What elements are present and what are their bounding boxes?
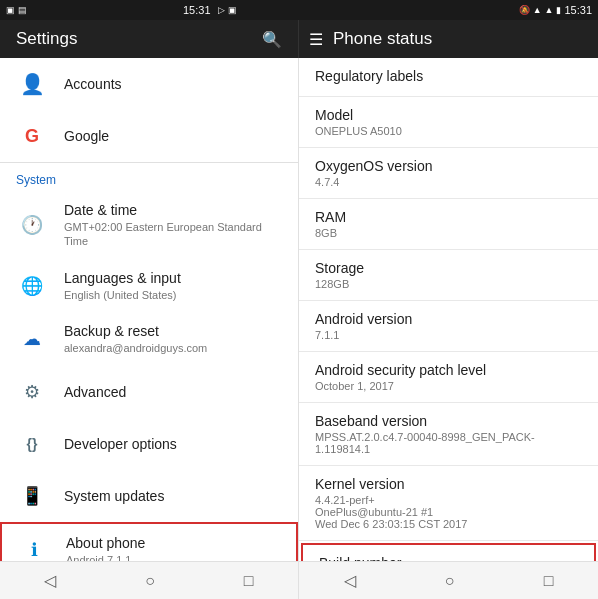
home-button[interactable]: ○ bbox=[145, 572, 155, 590]
phone-status-title: Phone status bbox=[333, 29, 432, 49]
advanced-icon: ⚙ bbox=[16, 376, 48, 408]
battery-icon: ▮ bbox=[556, 5, 561, 15]
system-section-label: System bbox=[0, 163, 298, 191]
language-title: Languages & input bbox=[64, 269, 282, 287]
info-row-oxygenos[interactable]: OxygenOS version 4.7.4 bbox=[299, 148, 598, 199]
status-bar-right: 🔕 ▲ ▲ ▮ 15:31 bbox=[519, 4, 592, 16]
about-icon: ℹ bbox=[18, 534, 50, 561]
datetime-icon: 🕐 bbox=[16, 209, 48, 241]
language-subtitle: English (United States) bbox=[64, 288, 282, 302]
recent-button-right[interactable]: □ bbox=[544, 572, 554, 590]
settings-item-google[interactable]: G Google bbox=[0, 110, 298, 162]
recent-button[interactable]: □ bbox=[244, 572, 254, 590]
storage-label: Storage bbox=[315, 260, 582, 276]
datetime-subtitle: GMT+02:00 Eastern European Standard Time bbox=[64, 220, 282, 249]
developer-text: Developer options bbox=[64, 435, 282, 453]
info-row-ram[interactable]: RAM 8GB bbox=[299, 199, 598, 250]
search-button[interactable]: 🔍 bbox=[262, 30, 282, 49]
android-value: 7.1.1 bbox=[315, 329, 582, 341]
baseband-value: MPSS.AT.2.0.c4.7-00040-8998_GEN_PACK-1.1… bbox=[315, 431, 582, 455]
home-button-right[interactable]: ○ bbox=[445, 572, 455, 590]
left-panel: 👤 Accounts G Google System 🕐 Date & time… bbox=[0, 58, 299, 561]
info-row-model[interactable]: Model ONEPLUS A5010 bbox=[299, 97, 598, 148]
settings-item-updates[interactable]: 📱 System updates bbox=[0, 470, 298, 522]
settings-item-developer[interactable]: {} Developer options bbox=[0, 418, 298, 470]
screenshot2-icon: ▣ bbox=[228, 5, 237, 15]
developer-icon: {} bbox=[16, 428, 48, 460]
accounts-text: Accounts bbox=[64, 75, 282, 93]
settings-item-advanced[interactable]: ⚙ Advanced bbox=[0, 366, 298, 418]
app-header: Settings 🔍 ☰ Phone status bbox=[0, 20, 598, 58]
bottom-nav: ◁ ○ □ ◁ ○ □ bbox=[0, 561, 598, 599]
settings-item-language[interactable]: 🌐 Languages & input English (United Stat… bbox=[0, 259, 298, 312]
settings-item-backup[interactable]: ☁ Backup & reset alexandra@androidguys.c… bbox=[0, 312, 298, 365]
datetime-title: Date & time bbox=[64, 201, 282, 219]
backup-icon: ☁ bbox=[16, 323, 48, 355]
about-text: About phone Android 7.1.1 bbox=[66, 534, 280, 561]
backup-subtitle: alexandra@androidguys.com bbox=[64, 341, 282, 355]
info-row-baseband[interactable]: Baseband version MPSS.AT.2.0.c4.7-00040-… bbox=[299, 403, 598, 466]
cast-icon: ▷ bbox=[218, 5, 225, 15]
backup-title: Backup & reset bbox=[64, 322, 282, 340]
advanced-text: Advanced bbox=[64, 383, 282, 401]
status-time-left: 15:31 bbox=[183, 4, 211, 16]
bottom-nav-left: ◁ ○ □ bbox=[0, 562, 299, 599]
kernel-label: Kernel version bbox=[315, 476, 582, 492]
about-title: About phone bbox=[66, 534, 280, 552]
notification-icon: ▣ bbox=[6, 5, 15, 15]
right-panel: Regulatory labels Model ONEPLUS A5010 Ox… bbox=[299, 58, 598, 561]
language-icon: 🌐 bbox=[16, 270, 48, 302]
kernel-value: 4.4.21-perf+ OnePlus@ubuntu-21 #1 Wed De… bbox=[315, 494, 582, 530]
header-left-icons: 🔍 bbox=[262, 30, 282, 49]
info-row-security[interactable]: Android security patch level October 1, … bbox=[299, 352, 598, 403]
back-button[interactable]: ◁ bbox=[44, 571, 56, 590]
screenshot-icon: ▤ bbox=[18, 5, 27, 15]
about-subtitle: Android 7.1.1 bbox=[66, 553, 280, 561]
mute-icon: 🔕 bbox=[519, 5, 530, 15]
menu-button[interactable]: ☰ bbox=[309, 30, 323, 49]
updates-icon: 📱 bbox=[16, 480, 48, 512]
settings-item-datetime[interactable]: 🕐 Date & time GMT+02:00 Eastern European… bbox=[0, 191, 298, 259]
info-row-build[interactable]: Build number ONEPLUS A5010_43_171206 bbox=[301, 543, 596, 561]
info-row-android[interactable]: Android version 7.1.1 bbox=[299, 301, 598, 352]
security-value: October 1, 2017 bbox=[315, 380, 582, 392]
header-left: Settings 🔍 bbox=[0, 20, 299, 58]
status-bar-left: ▣ ▤ 15:31 ▷ ▣ bbox=[6, 4, 237, 16]
google-title: Google bbox=[64, 127, 282, 145]
advanced-title: Advanced bbox=[64, 383, 282, 401]
model-value: ONEPLUS A5010 bbox=[315, 125, 582, 137]
ram-value: 8GB bbox=[315, 227, 582, 239]
model-label: Model bbox=[315, 107, 582, 123]
wifi-icon: ▲ bbox=[533, 5, 542, 15]
build-label: Build number bbox=[319, 555, 578, 561]
regulatory-label: Regulatory labels bbox=[315, 68, 582, 84]
info-row-storage[interactable]: Storage 128GB bbox=[299, 250, 598, 301]
backup-text: Backup & reset alexandra@androidguys.com bbox=[64, 322, 282, 355]
oxygenos-value: 4.7.4 bbox=[315, 176, 582, 188]
accounts-icon: 👤 bbox=[16, 68, 48, 100]
security-label: Android security patch level bbox=[315, 362, 582, 378]
settings-item-accounts[interactable]: 👤 Accounts bbox=[0, 58, 298, 110]
accounts-title: Accounts bbox=[64, 75, 282, 93]
status-time-right: 15:31 bbox=[564, 4, 592, 16]
settings-item-about[interactable]: ℹ About phone Android 7.1.1 bbox=[0, 522, 298, 561]
bottom-nav-right: ◁ ○ □ bbox=[299, 562, 598, 599]
google-text: Google bbox=[64, 127, 282, 145]
updates-text: System updates bbox=[64, 487, 282, 505]
back-button-right[interactable]: ◁ bbox=[344, 571, 356, 590]
main-content: 👤 Accounts G Google System 🕐 Date & time… bbox=[0, 58, 598, 561]
info-row-kernel[interactable]: Kernel version 4.4.21-perf+ OnePlus@ubun… bbox=[299, 466, 598, 541]
oxygenos-label: OxygenOS version bbox=[315, 158, 582, 174]
datetime-text: Date & time GMT+02:00 Eastern European S… bbox=[64, 201, 282, 249]
settings-title: Settings bbox=[16, 29, 262, 49]
status-bar: ▣ ▤ 15:31 ▷ ▣ 🔕 ▲ ▲ ▮ 15:31 bbox=[0, 0, 598, 20]
google-icon: G bbox=[16, 120, 48, 152]
info-row-regulatory[interactable]: Regulatory labels bbox=[299, 58, 598, 97]
android-label: Android version bbox=[315, 311, 582, 327]
storage-value: 128GB bbox=[315, 278, 582, 290]
developer-title: Developer options bbox=[64, 435, 282, 453]
ram-label: RAM bbox=[315, 209, 582, 225]
language-text: Languages & input English (United States… bbox=[64, 269, 282, 302]
updates-title: System updates bbox=[64, 487, 282, 505]
header-right: ☰ Phone status bbox=[299, 20, 598, 58]
